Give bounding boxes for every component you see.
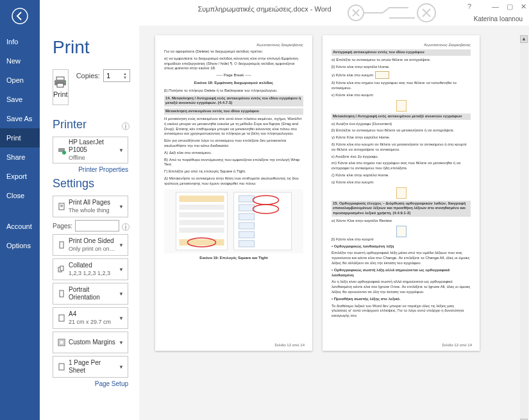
- spelling-icon: [396, 226, 407, 237]
- maximize-button[interactable]: ▢: [507, 3, 513, 11]
- svg-rect-23: [180, 212, 224, 217]
- one-sided-icon: [56, 240, 67, 249]
- svg-rect-26: [180, 239, 224, 246]
- paper-size-dropdown[interactable]: A421 cm x 29.7 cm ▼: [53, 307, 128, 329]
- printer-properties-link[interactable]: Printer Properties: [53, 166, 128, 173]
- orientation-dropdown[interactable]: Portrait Orientation ▼: [53, 283, 128, 305]
- ribbon-decoration: [337, 0, 452, 26]
- help-icon[interactable]: ?: [467, 3, 471, 10]
- svg-rect-18: [60, 340, 63, 344]
- svg-rect-24: [180, 220, 224, 225]
- nav-options[interactable]: Options: [0, 236, 40, 255]
- main-content: Print Print Copies: 1 ▲▼ Printer i HP La…: [40, 26, 529, 420]
- pages-icon: [56, 202, 67, 211]
- chevron-down-icon: ▼: [117, 340, 125, 346]
- svg-rect-30: [239, 205, 255, 211]
- paste-icon: [396, 100, 407, 112]
- svg-point-2: [12, 8, 28, 24]
- svg-rect-12: [60, 242, 63, 248]
- printer-status-icon: [56, 146, 67, 155]
- preview-vertical-scrollbar[interactable]: ▲ ▼: [520, 35, 528, 420]
- print-heading: Print: [53, 37, 130, 58]
- svg-rect-3: [56, 77, 64, 80]
- pages-input[interactable]: [75, 220, 119, 231]
- portrait-icon: [56, 289, 67, 298]
- preview-figure: [164, 189, 303, 253]
- nav-open[interactable]: Open: [0, 71, 40, 90]
- svg-point-8: [62, 151, 66, 155]
- nav-save[interactable]: Save: [0, 90, 40, 109]
- copy-icon: [375, 71, 389, 79]
- print-button[interactable]: Print: [53, 69, 69, 105]
- scroll-track[interactable]: [520, 43, 528, 419]
- svg-rect-14: [60, 266, 63, 271]
- svg-rect-5: [57, 83, 63, 87]
- print-panel: Print Print Copies: 1 ▲▼ Printer i HP La…: [40, 26, 139, 420]
- preview-page-right: Κωνσταντίνος Σακρισβάνος Αντιγραφή αντικ…: [323, 35, 480, 351]
- svg-point-6: [63, 81, 65, 82]
- svg-rect-21: [180, 196, 224, 202]
- nav-share[interactable]: Share: [0, 147, 40, 167]
- chevron-down-icon: ▼: [117, 204, 125, 210]
- nav-new[interactable]: New: [0, 51, 40, 71]
- svg-rect-29: [239, 196, 255, 202]
- print-preview: Κωνσταντίνος Σακρισβάνος Για να αφαιρέσε…: [139, 26, 529, 420]
- printer-info-icon[interactable]: i: [122, 122, 130, 130]
- window-controls: — ▢ ✕: [492, 3, 526, 11]
- chevron-down-icon: ▼: [117, 364, 125, 370]
- printer-section-heading: Printer: [53, 118, 130, 131]
- user-name: Katerina Ioannou: [474, 15, 523, 22]
- printer-icon: [53, 76, 67, 88]
- paper-icon: [56, 314, 67, 323]
- paste-icon: [396, 187, 407, 199]
- copies-input[interactable]: 1 ▲▼: [103, 69, 130, 82]
- nav-info[interactable]: Info: [0, 32, 40, 51]
- margins-icon: [56, 338, 67, 347]
- minimize-button[interactable]: —: [492, 3, 499, 11]
- svg-rect-25: [180, 228, 224, 233]
- svg-rect-15: [60, 290, 63, 297]
- sides-dropdown[interactable]: Print One SidedOnly print on one side of…: [53, 234, 128, 256]
- nav-account[interactable]: Account: [0, 217, 40, 236]
- svg-rect-19: [59, 364, 64, 370]
- chevron-down-icon: ▼: [117, 315, 125, 321]
- collate-icon: [56, 265, 67, 274]
- document-title: Συμπληρωματικές σημειώσεις.docx - Word: [197, 5, 331, 13]
- pages-label: Pages:: [53, 223, 72, 230]
- sheet-icon: [56, 362, 67, 371]
- printer-dropdown[interactable]: HP LaserJet P1005Offline ▼: [53, 137, 128, 164]
- margins-dropdown[interactable]: Custom Margins ▼: [53, 332, 128, 353]
- pages-per-sheet-dropdown[interactable]: 1 Page Per Sheet ▼: [53, 356, 128, 378]
- close-button[interactable]: ✕: [521, 3, 526, 11]
- chevron-down-icon: ▼: [117, 267, 125, 273]
- title-bar: Συμπληρωματικές σημειώσεις.docx - Word ?…: [0, 0, 529, 26]
- scroll-up-button[interactable]: ▲: [520, 35, 528, 43]
- back-button[interactable]: [0, 0, 40, 32]
- svg-rect-33: [239, 231, 255, 238]
- nav-save-as[interactable]: Save As: [0, 109, 40, 128]
- svg-rect-34: [239, 240, 255, 247]
- settings-section-heading: Settings: [53, 177, 130, 190]
- print-range-dropdown[interactable]: Print All PagesThe whole thing ▼: [53, 196, 128, 217]
- nav-close[interactable]: Close: [0, 186, 40, 205]
- chevron-down-icon: ▼: [117, 291, 125, 297]
- svg-rect-32: [239, 223, 255, 229]
- nav-print[interactable]: Print: [0, 128, 40, 147]
- chevron-down-icon: ▼: [117, 242, 125, 248]
- chevron-down-icon: ▼: [117, 147, 125, 153]
- preview-page-left: Κωνσταντίνος Σακρισβάνος Για να αφαιρέσε…: [155, 35, 312, 351]
- collate-dropdown[interactable]: Collated1,2,3 1,2,3 1,2,3 ▼: [53, 258, 128, 280]
- svg-rect-31: [239, 214, 255, 220]
- page-setup-link[interactable]: Page Setup: [53, 380, 128, 387]
- backstage-sidebar: Info New Open Save Save As Print Share E…: [0, 0, 40, 420]
- pages-info-icon[interactable]: i: [122, 223, 130, 231]
- nav-export[interactable]: Export: [0, 167, 40, 186]
- copies-spinner[interactable]: ▲▼: [123, 72, 127, 80]
- copies-label: Copies:: [76, 72, 100, 80]
- svg-rect-22: [180, 205, 224, 210]
- svg-rect-16: [59, 315, 64, 321]
